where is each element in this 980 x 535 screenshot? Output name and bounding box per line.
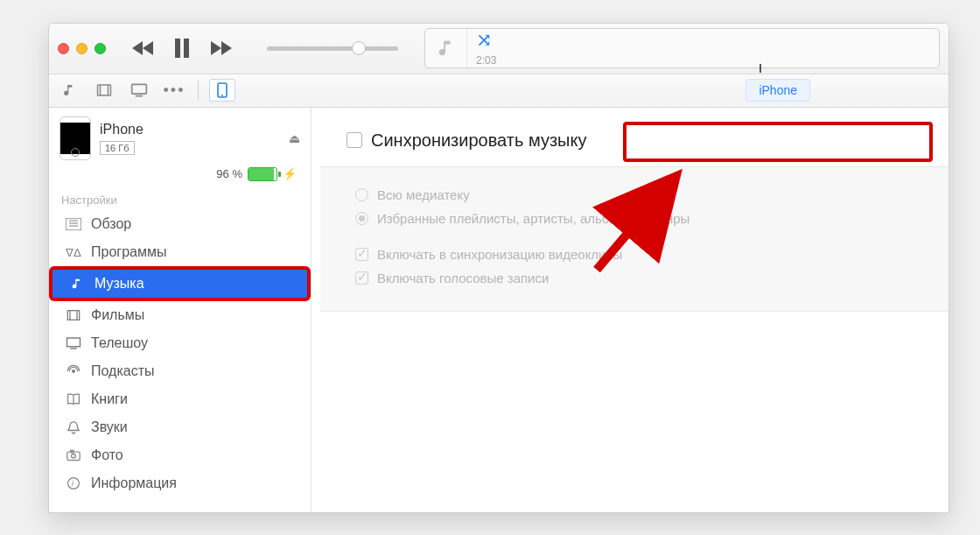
radio-selected-playlists[interactable]: Избранные плейлисты, артисты, альбомы и … xyxy=(355,207,914,230)
playback-controls xyxy=(132,39,232,58)
checkbox-label: Включать голосовые записи xyxy=(377,271,549,285)
svg-text:ᐁᐃᐅ: ᐁᐃᐅ xyxy=(66,246,81,258)
sidebar-item-label: Музыка xyxy=(94,276,144,292)
sidebar-item-label: Звуки xyxy=(91,419,128,435)
sidebar-item-label: Книги xyxy=(91,391,128,407)
eject-icon[interactable]: ⏏ xyxy=(289,131,300,145)
radio-entire-library[interactable]: Всю медиатеку xyxy=(355,183,914,207)
sidebar-item-label: Подкасты xyxy=(91,363,154,379)
sidebar-item-movies[interactable]: Фильмы xyxy=(49,301,311,329)
sidebar-item-photos[interactable]: Фото xyxy=(49,441,311,469)
battery-percent: 96 % xyxy=(216,167,242,180)
sidebar-item-tv[interactable]: Телешоу xyxy=(49,329,311,357)
sync-music-label: Синхронизировать музыку xyxy=(371,130,586,151)
timecode: 2:03 xyxy=(476,54,496,67)
check-icon xyxy=(355,248,368,261)
sidebar-item-tones[interactable]: Звуки xyxy=(49,413,311,441)
window-body: iPhone 16 Гб ⏏ 96 % ⚡ Настройки Обзорᐁᐃᐅ… xyxy=(49,108,948,512)
zoom-icon[interactable] xyxy=(94,43,106,54)
device-header: iPhone 16 Гб ⏏ xyxy=(49,108,311,165)
charging-icon: ⚡ xyxy=(283,167,297,180)
movies-icon xyxy=(65,309,82,321)
radio-label: Избранные плейлисты, артисты, альбомы и … xyxy=(377,211,690,226)
scrubber[interactable] xyxy=(467,67,939,69)
svg-rect-0 xyxy=(175,39,180,58)
tv-tab-icon[interactable] xyxy=(126,79,152,102)
sync-music-checkbox[interactable] xyxy=(346,132,362,148)
books-icon xyxy=(65,393,82,405)
radio-icon xyxy=(355,212,368,225)
photos-icon xyxy=(65,449,82,461)
checkbox-label: Включать в синхронизацию видеоклипы xyxy=(377,247,622,262)
svg-point-23 xyxy=(68,477,80,489)
window-controls xyxy=(58,43,106,54)
music-tab-icon[interactable] xyxy=(56,79,82,102)
battery-row: 96 % ⚡ xyxy=(49,165,311,190)
device-thumbnail-icon xyxy=(60,116,91,160)
media-tabs: ••• iPhone xyxy=(49,74,948,108)
more-tab-icon[interactable]: ••• xyxy=(161,79,187,102)
sidebar-section-header: Настройки xyxy=(49,190,311,210)
sidebar-item-info[interactable]: iИнформация xyxy=(49,469,311,497)
sidebar-item-label: Программы xyxy=(91,244,166,260)
radio-label: Всю медиатеку xyxy=(377,187,470,202)
svg-rect-17 xyxy=(67,338,80,347)
svg-point-8 xyxy=(221,95,223,96)
svg-rect-5 xyxy=(132,84,147,94)
device-pill[interactable]: iPhone xyxy=(746,79,810,102)
apps-icon: ᐁᐃᐅ xyxy=(65,246,82,258)
svg-point-21 xyxy=(72,454,76,458)
sidebar-item-label: Фильмы xyxy=(91,307,144,323)
svg-rect-1 xyxy=(184,39,189,58)
device-name: iPhone xyxy=(100,122,280,137)
sidebar-item-music[interactable]: Музыка xyxy=(49,266,311,301)
music-note-icon xyxy=(425,29,467,67)
svg-point-19 xyxy=(72,370,75,373)
next-button[interactable] xyxy=(209,39,232,57)
sidebar-item-summary[interactable]: Обзор xyxy=(49,210,311,238)
sync-music-row: Синхронизировать музыку xyxy=(312,108,948,166)
movies-tab-icon[interactable] xyxy=(91,79,117,102)
separator xyxy=(198,81,199,100)
tv-icon xyxy=(65,337,82,349)
shuffle-icon[interactable]: ⤨ xyxy=(476,29,492,51)
device-storage: 16 Гб xyxy=(100,141,135,155)
sidebar-item-label: Информация xyxy=(91,475,177,491)
titlebar: ⤨ 2:03 xyxy=(49,24,948,74)
info-icon: i xyxy=(65,476,82,490)
svg-text:i: i xyxy=(72,479,74,488)
close-icon[interactable] xyxy=(58,43,69,54)
volume-slider[interactable] xyxy=(267,46,398,51)
sidebar: iPhone 16 Гб ⏏ 96 % ⚡ Настройки Обзорᐁᐃᐅ… xyxy=(49,108,312,512)
battery-icon xyxy=(248,167,277,181)
svg-rect-20 xyxy=(67,452,80,461)
summary-icon xyxy=(65,218,82,230)
previous-button[interactable] xyxy=(132,39,155,57)
sidebar-item-books[interactable]: Книги xyxy=(49,385,311,413)
volume-thumb[interactable] xyxy=(352,41,366,55)
sync-options-panel: Всю медиатеку Избранные плейлисты, артис… xyxy=(320,166,948,312)
music-icon xyxy=(68,277,86,291)
sidebar-nav: ОбзорᐁᐃᐅПрограммыМузыкаФильмыТелешоуПодк… xyxy=(49,210,311,497)
svg-rect-9 xyxy=(66,218,81,230)
lcd-display: ⤨ 2:03 xyxy=(424,28,940,68)
sidebar-item-label: Обзор xyxy=(91,216,131,232)
tones-icon xyxy=(65,420,82,434)
radio-icon xyxy=(355,188,368,201)
device-tab-icon[interactable] xyxy=(209,79,235,102)
podcasts-icon xyxy=(65,364,82,378)
pause-button[interactable] xyxy=(174,39,190,58)
sidebar-item-label: Фото xyxy=(91,447,123,463)
minimize-icon[interactable] xyxy=(76,43,88,54)
sidebar-item-label: Телешоу xyxy=(91,335,148,351)
checkbox-include-videos[interactable]: Включать в синхронизацию видеоклипы xyxy=(355,243,914,266)
content-pane: Синхронизировать музыку Всю медиатеку Из… xyxy=(312,108,948,512)
sidebar-item-apps[interactable]: ᐁᐃᐅПрограммы xyxy=(49,238,311,266)
itunes-window: ⤨ 2:03 ••• iPhone xyxy=(48,23,949,513)
checkbox-include-voice-memos[interactable]: Включать голосовые записи xyxy=(355,266,914,290)
check-icon xyxy=(355,271,368,285)
sidebar-item-podcasts[interactable]: Подкасты xyxy=(49,357,311,385)
